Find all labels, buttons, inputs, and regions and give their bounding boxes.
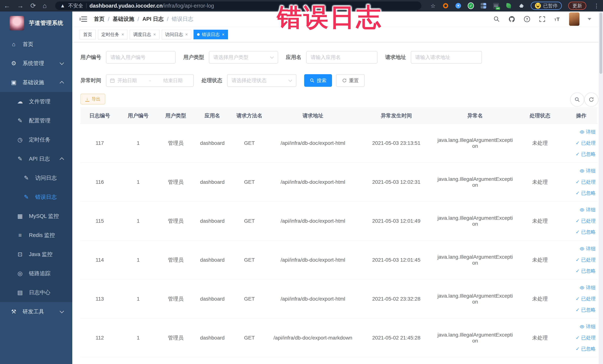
action-link-已处理[interactable]: ✓已处理 [567, 254, 596, 266]
action-link-label: 已处理 [581, 179, 596, 185]
action-link-详细[interactable]: 详细 [567, 165, 596, 176]
reset-button[interactable]: 重置 [336, 74, 365, 87]
action-link-已忽略[interactable]: ✓已忽略 [567, 227, 596, 238]
collapse-sidebar-icon[interactable] [80, 16, 87, 22]
active-tab-dot [197, 33, 200, 36]
date-range-picker[interactable]: 开始日期 - 结束日期 [106, 74, 194, 87]
sidebar-item-首页[interactable]: ⌂首页 [0, 35, 72, 54]
extension-green-check-icon[interactable]: ✓ [468, 3, 474, 9]
action-link-已忽略[interactable]: ✓已忽略 [567, 343, 596, 354]
sidebar-item-研发工具[interactable]: ⚒研发工具 [0, 302, 72, 321]
font-size-icon[interactable]: TT [554, 16, 561, 23]
sidebar-item-MySQL 监控[interactable]: ▦MySQL 监控 [0, 207, 72, 226]
export-button[interactable]: ↓ 导出 [81, 94, 105, 104]
forward-icon[interactable]: → [17, 2, 24, 9]
sidebar-item-访问日志[interactable]: ✎访问日志 [0, 168, 72, 188]
search-button[interactable]: 搜索 [304, 74, 332, 87]
column-header: 异常名 [435, 108, 515, 124]
sidebar-item-系统管理[interactable]: ⚙系统管理 [0, 54, 72, 73]
action-link-已忽略[interactable]: ✓已忽略 [567, 188, 596, 199]
sidebar-item-错误日志[interactable]: ✎错误日志 [0, 188, 72, 207]
sidebar-item-API 日志[interactable]: ✎API 日志 [0, 149, 72, 168]
action-link-已忽略[interactable]: ✓已忽略 [567, 305, 596, 316]
sidebar-item-定时任务[interactable]: ◷定时任务 [0, 130, 72, 149]
refresh-table-button[interactable] [584, 93, 598, 107]
table-cell: java.lang.IllegalArgumentException [435, 280, 515, 318]
fullscreen-icon[interactable] [539, 16, 546, 23]
action-link-详细[interactable]: 详细 [567, 321, 596, 332]
table-cell: 112 [80, 318, 119, 357]
action-link-label: 详细 [586, 207, 596, 213]
search-icon[interactable] [493, 16, 500, 23]
action-link-已忽略[interactable]: ✓已忽略 [567, 266, 596, 277]
back-icon[interactable]: ← [4, 2, 10, 9]
sidebar-item-链路追踪[interactable]: ◎链路追踪 [0, 264, 72, 283]
sidebar-item-Java 监控[interactable]: ⊡Java 监控 [0, 245, 72, 264]
app-name-input[interactable] [306, 51, 377, 64]
action-link-已处理[interactable]: ✓已处理 [567, 293, 596, 305]
user-id-input[interactable] [106, 51, 175, 64]
extension-blue-icon[interactable]: ▼ [455, 3, 461, 9]
action-link-已处理[interactable]: ✓已处理 [567, 138, 596, 149]
action-link-详细[interactable]: 详细 [567, 243, 596, 254]
not-secure-warning-icon: ▲ [60, 3, 65, 9]
update-button[interactable]: 更新 [568, 2, 586, 10]
action-link-详细[interactable]: 详细 [567, 204, 596, 215]
scrollbar[interactable] [599, 12, 603, 364]
close-tab-icon[interactable]: × [185, 32, 188, 37]
github-icon[interactable] [508, 16, 515, 23]
sidebar-item-label: API 日志 [29, 155, 50, 163]
breadcrumb-item[interactable]: API 日志 [142, 15, 163, 23]
user-menu-caret-icon[interactable] [588, 18, 591, 20]
user-type-label: 用户类型 [183, 54, 204, 61]
tab-首页[interactable]: 首页 [80, 30, 96, 39]
chevron-up-icon [59, 81, 64, 85]
toggle-search-button[interactable] [570, 93, 584, 107]
tab-定时任务[interactable]: 定时任务× [98, 30, 128, 39]
extensions-puzzle-icon[interactable] [518, 3, 524, 9]
table-cell: /api/infra/db-doc/export-html [268, 201, 357, 240]
extension-orange-icon[interactable] [442, 3, 449, 9]
extension-grid-icon[interactable] [480, 3, 487, 9]
filter-user-id: 用户编号 [81, 51, 175, 64]
sidebar-item-label: MySQL 监控 [29, 212, 59, 220]
extension-leaf-icon[interactable] [506, 3, 512, 9]
home-icon[interactable]: ⌂ [43, 2, 47, 9]
close-tab-icon[interactable]: × [153, 32, 156, 37]
tab-访问日志[interactable]: 访问日志× [162, 30, 191, 39]
action-link-已处理[interactable]: ✓已处理 [567, 332, 596, 343]
extension-onoff-icon[interactable]: on [493, 3, 499, 9]
user-type-select[interactable]: 请选择用户类型 [209, 51, 278, 64]
action-link-已忽略[interactable]: ✓已忽略 [567, 149, 596, 160]
table-cell: 2021-05-03 12:02:31 [357, 163, 435, 201]
action-link-详细[interactable]: 详细 [567, 127, 596, 138]
request-url-label: 请求地址 [385, 54, 406, 61]
sidebar-item-Redis 监控[interactable]: ≡Redis 监控 [0, 226, 72, 245]
action-link-已处理[interactable]: ✓已处理 [567, 176, 596, 188]
close-tab-icon[interactable]: × [121, 32, 124, 37]
help-icon[interactable]: ? [523, 16, 531, 23]
action-link-已处理[interactable]: ✓已处理 [567, 215, 596, 227]
tab-调度日志[interactable]: 调度日志× [130, 30, 159, 39]
sidebar-item-文件管理[interactable]: ☁文件管理 [0, 92, 72, 111]
breadcrumb-item[interactable]: 基础设施 [113, 15, 134, 23]
paused-badge[interactable]: 已暂停 [531, 2, 562, 10]
browser-menu-icon[interactable]: ⋮ [594, 3, 599, 9]
close-tab-icon[interactable]: × [222, 32, 224, 37]
table-row: 1141管理员dashboardGET/api/infra/db-doc/exp… [80, 240, 597, 280]
request-url-input[interactable] [411, 51, 482, 64]
scrollbar-thumb[interactable] [600, 13, 602, 74]
address-divider [86, 3, 87, 8]
table-cell: 1 [119, 280, 157, 318]
breadcrumb-item[interactable]: 首页 [94, 15, 104, 23]
process-status-select[interactable]: 请选择处理状态 [227, 74, 296, 87]
action-link-详细[interactable]: 详细 [567, 282, 596, 293]
tab-错误日志[interactable]: 错误日志× [194, 30, 228, 39]
sidebar-item-配置管理[interactable]: ✎配置管理 [0, 111, 72, 130]
reload-icon[interactable]: ⟳ [30, 2, 36, 9]
sidebar-item-基础设施[interactable]: ▣基础设施 [0, 73, 72, 92]
user-avatar[interactable] [569, 12, 580, 26]
bookmark-star-icon[interactable]: ☆ [430, 3, 436, 9]
app-logo-row[interactable]: 芋道管理系统 [0, 12, 72, 35]
sidebar-item-日志中心[interactable]: ▤日志中心 [0, 283, 72, 302]
